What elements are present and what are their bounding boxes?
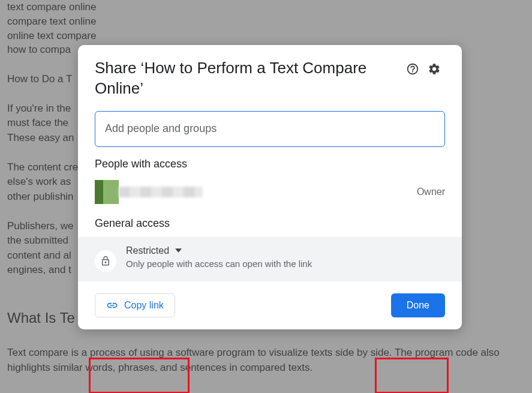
doc-paragraph: Text compare is a process of using a sof…: [7, 346, 525, 375]
restricted-dropdown[interactable]: Restricted: [126, 245, 445, 256]
general-access-row: Restricted Only people with access can o…: [78, 237, 462, 281]
done-button[interactable]: Done: [391, 293, 445, 317]
lock-icon: [95, 250, 116, 272]
general-access-label: General access: [78, 217, 462, 237]
dialog-title: Share ‘How to Perform a Text Compare Onl…: [95, 58, 402, 99]
chevron-down-icon: [175, 247, 182, 254]
copy-link-button[interactable]: Copy link: [95, 293, 175, 317]
people-with-access-label: People with access: [78, 158, 462, 178]
doc-keyword-line: text compare online: [7, 0, 525, 14]
doc-keyword-line: compare text online: [7, 14, 525, 29]
copy-link-label: Copy link: [124, 300, 164, 311]
restricted-label: Restricted: [126, 245, 169, 256]
add-people-input[interactable]: [95, 111, 445, 147]
owner-row: Owner: [78, 178, 462, 217]
gear-icon[interactable]: [423, 58, 445, 80]
doc-keyword-line: online text compare: [7, 29, 525, 43]
link-icon: [106, 299, 118, 311]
share-dialog: Share ‘How to Perform a Text Compare Onl…: [78, 45, 462, 329]
avatar: [95, 180, 119, 204]
restricted-subtext: Only people with access can open with th…: [126, 259, 445, 269]
help-icon[interactable]: [402, 58, 423, 80]
owner-role-text: Owner: [417, 187, 445, 197]
